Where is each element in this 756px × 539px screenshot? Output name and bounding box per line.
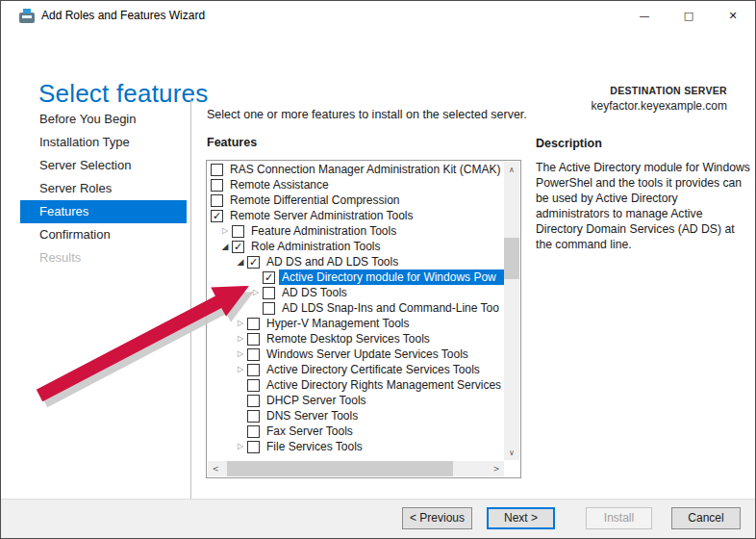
destination-server-label: DESTINATION SERVER (592, 85, 727, 96)
feature-checkbox[interactable]: ✓ (232, 241, 244, 253)
scroll-right-icon[interactable]: > (489, 461, 504, 476)
tree-item-label: Active Directory module for Windows Pow (279, 270, 504, 285)
tree-item-label: RAS Connection Manager Administration Ki… (227, 162, 503, 177)
close-button[interactable]: ✕ (711, 1, 755, 31)
expander-collapsed-icon[interactable]: ▷ (234, 347, 247, 361)
feature-checkbox[interactable] (247, 348, 260, 361)
tree-item-label: Role Administration Tools (248, 239, 384, 254)
features-list-label: Features (207, 136, 257, 149)
horizontal-scrollbar[interactable]: < > (208, 461, 504, 476)
feature-checkbox[interactable] (247, 425, 260, 438)
description-body: The Active Directory module for Windows … (536, 160, 751, 252)
feature-checkbox[interactable]: ✓ (247, 256, 260, 269)
tree-item-label: AD DS Tools (279, 285, 350, 300)
expander-collapsed-icon[interactable]: ▷ (234, 317, 247, 330)
tree-item[interactable]: ▷Feature Administration Tools (207, 223, 504, 239)
scroll-up-icon[interactable]: ∧ (504, 162, 519, 177)
sidebar-item-confirmation[interactable]: Confirmation (20, 223, 187, 246)
tree-item[interactable]: ✓Remote Server Administration Tools (207, 208, 504, 223)
tree-item[interactable]: Remote Differential Compression (207, 192, 504, 208)
sidebar-item-server-selection[interactable]: Server Selection (20, 154, 187, 177)
tree-item-label: Fax Server Tools (264, 424, 356, 439)
add-roles-features-wizard-window: Add Roles and Features Wizard — □ ✕ Sele… (0, 0, 756, 539)
feature-checkbox[interactable] (263, 287, 275, 299)
maximize-button[interactable]: □ (667, 1, 711, 31)
tree-item-label: Remote Server Administration Tools (227, 208, 416, 223)
sidebar-item-server-roles[interactable]: Server Roles (20, 177, 187, 200)
vertical-scrollbar-thumb[interactable] (504, 238, 519, 279)
tree-item[interactable]: ▷Windows Server Update Services Tools (207, 346, 504, 362)
tree-item[interactable]: ▷Hyper-V Management Tools (207, 316, 504, 331)
tree-item[interactable]: ▷Remote Desktop Services Tools (207, 331, 504, 346)
tree-item[interactable]: Remote Assistance (207, 177, 504, 192)
tree-item-label: Remote Assistance (227, 177, 332, 192)
horizontal-scrollbar-thumb[interactable] (227, 461, 453, 476)
tree-item[interactable]: Fax Server Tools (207, 424, 504, 439)
tree-item[interactable]: ◢✓AD DS and AD LDS Tools (207, 254, 504, 270)
tree-item[interactable]: AD LDS Snap-Ins and Command-Line Too (207, 300, 504, 316)
tree-item[interactable]: RAS Connection Manager Administration Ki… (207, 162, 504, 177)
expander-collapsed-icon[interactable]: ▷ (218, 224, 232, 238)
feature-checkbox[interactable] (247, 318, 260, 330)
tree-item[interactable]: ▷Active Directory Certificate Services T… (207, 362, 504, 377)
wizard-footer: < PreviousNext >InstallCancel (1, 499, 755, 538)
feature-checkbox[interactable] (263, 302, 275, 315)
tree-item[interactable]: ▷AD DS Tools (207, 285, 504, 300)
tree-item-label: Active Directory Certificate Services To… (264, 362, 483, 377)
tree-item-label: Hyper-V Management Tools (264, 316, 413, 331)
sidebar-item-features[interactable]: Features (20, 200, 187, 223)
page-title: Select features (38, 79, 208, 109)
feature-checkbox[interactable] (247, 379, 260, 392)
tree-item-label: Feature Administration Tools (248, 223, 399, 239)
expander-collapsed-icon[interactable]: ▷ (234, 440, 247, 453)
tree-item-label: DNS Server Tools (264, 408, 361, 424)
tree-item[interactable]: DHCP Server Tools (207, 393, 504, 408)
tree-item[interactable]: ▷File Services Tools (207, 439, 504, 454)
expander-collapsed-icon[interactable]: ▷ (234, 332, 247, 346)
titlebar[interactable]: Add Roles and Features Wizard — □ ✕ (1, 1, 755, 31)
next-button[interactable]: Next > (487, 507, 555, 529)
expander-expanded-icon[interactable]: ◢ (234, 255, 247, 269)
destination-server-name: keyfactor.keyexample.com (592, 99, 727, 113)
expander-collapsed-icon[interactable]: ▷ (249, 286, 263, 299)
tree-item[interactable]: ◢✓Role Administration Tools (207, 239, 504, 254)
tree-item-label: AD LDS Snap-Ins and Command-Line Too (279, 300, 502, 316)
cancel-button[interactable]: Cancel (671, 507, 741, 529)
features-tree-list: RAS Connection Manager Administration Ki… (206, 160, 521, 478)
sidebar-divider (190, 98, 191, 500)
window-controls: — □ ✕ (622, 1, 755, 31)
expander-expanded-icon[interactable]: ◢ (218, 240, 232, 253)
feature-checkbox[interactable] (247, 333, 260, 346)
minimize-button[interactable]: — (622, 1, 667, 31)
tree-item-label: AD DS and AD LDS Tools (264, 254, 401, 270)
tree-item-label: Active Directory Rights Management Servi… (264, 377, 504, 393)
expander-collapsed-icon[interactable]: ▷ (234, 363, 247, 376)
tree-rows: RAS Connection Manager Administration Ki… (207, 162, 504, 460)
sidebar-item-before-you-begin[interactable]: Before You Begin (20, 108, 187, 131)
scroll-left-icon[interactable]: < (208, 461, 223, 476)
wizard-header: Select features DESTINATION SERVER keyfa… (1, 31, 755, 98)
feature-checkbox[interactable] (211, 194, 223, 207)
tree-item-label: File Services Tools (264, 439, 365, 454)
feature-checkbox[interactable] (232, 225, 244, 238)
feature-checkbox[interactable]: ✓ (263, 271, 275, 284)
feature-checkbox[interactable] (247, 364, 260, 376)
instruction-text: Select one or more features to install o… (207, 108, 527, 121)
scroll-down-icon[interactable]: ∨ (504, 445, 519, 460)
feature-checkbox[interactable] (211, 164, 223, 176)
feature-checkbox[interactable] (247, 410, 260, 423)
feature-checkbox[interactable] (247, 441, 260, 453)
tree-item-label: DHCP Server Tools (264, 393, 369, 408)
tree-item[interactable]: ✓Active Directory module for Windows Pow (207, 270, 504, 285)
tree-item[interactable]: Active Directory Rights Management Servi… (207, 377, 504, 393)
tree-item[interactable]: DNS Server Tools (207, 408, 504, 424)
vertical-scrollbar[interactable]: ∧ ∨ (504, 162, 519, 460)
feature-checkbox[interactable]: ✓ (211, 210, 223, 222)
sidebar-item-installation-type[interactable]: Installation Type (20, 131, 187, 154)
install-button: Install (586, 507, 652, 529)
feature-checkbox[interactable] (247, 395, 260, 407)
feature-checkbox[interactable] (211, 179, 223, 192)
tree-item-label: Remote Differential Compression (227, 192, 403, 208)
previous-button[interactable]: < Previous (402, 507, 472, 529)
window-title: Add Roles and Features Wizard (41, 1, 205, 31)
